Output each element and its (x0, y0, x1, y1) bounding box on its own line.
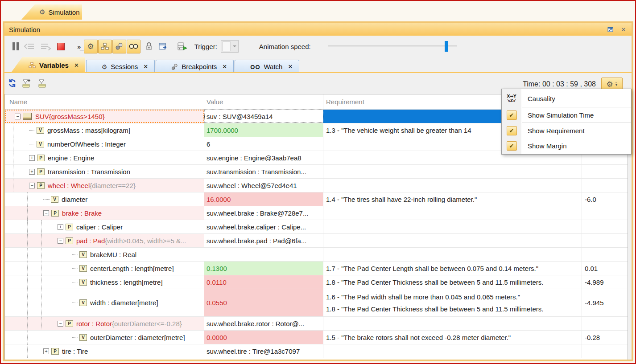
table-row-centerlength[interactable]: VcenterLength : length[metre]0.13001.7 -… (5, 262, 628, 275)
value-cell[interactable]: 0.0000 (204, 331, 323, 344)
row-name-label: numberOfWheels : Integer (47, 140, 126, 148)
table-row-diameter[interactable]: Vdiameter16.00001.4 - "The tires shall h… (5, 192, 628, 206)
value-cell[interactable]: suv.wheel : Wheel@57ed4e41 (204, 179, 323, 192)
row-name-label: outerDiameter : diameter[metre] (90, 334, 185, 341)
lock-button[interactable] (145, 42, 153, 50)
close-icon[interactable]: ✕ (143, 63, 148, 70)
checkbox-checked-icon[interactable]: ✔ (507, 141, 517, 151)
value-cell[interactable]: 1700.0000 (204, 123, 323, 137)
expand-icon[interactable]: + (43, 348, 49, 354)
overflow-chevron-icon[interactable]: »_ (77, 43, 84, 50)
step-over-button[interactable] (40, 42, 51, 50)
tab-variables[interactable]: Variables✕ (11, 57, 85, 73)
add-filter-button[interactable] (22, 79, 32, 90)
name-content: VouterDiameter : diameter[metre] (9, 331, 204, 344)
close-icon[interactable]: ✕ (288, 63, 293, 70)
value-cell[interactable]: suv : SUV@43459a14 (204, 110, 323, 123)
table-row-rotor[interactable]: −Protor : Rotor{outerDiameter<=-0.28}suv… (5, 317, 628, 331)
value-cell[interactable]: 0.0110 (204, 275, 323, 289)
name-cell: VgrossMass : mass[kilogram] (5, 123, 204, 137)
tree-stub (43, 199, 50, 200)
expand-icon[interactable]: + (29, 155, 35, 161)
watch-toggle-button[interactable] (127, 40, 140, 53)
value-cell[interactable] (204, 248, 323, 261)
pause-button[interactable] (12, 42, 19, 50)
value-cell[interactable]: suv.transmission : Transmission... (204, 165, 323, 178)
row-name-label: centerLength : length[metre] (90, 265, 174, 272)
value-cell[interactable]: suv.wheel.brake.pad : Pad@6fa... (204, 234, 323, 247)
table-row-width[interactable]: Vwidth : diameter[metre]0.05501.6 - "The… (5, 289, 628, 317)
breakpoints-toggle-button[interactable] (112, 40, 126, 53)
animation-speed-slider[interactable] (328, 41, 457, 52)
margin-cell (582, 248, 628, 261)
table-row-pad[interactable]: −Ppad : Pad {width>0.045, width>=5 &...s… (5, 234, 628, 248)
options-toggle-button[interactable]: ⚙ (84, 40, 98, 53)
table-row-tire[interactable]: +Ptire : Tiresuv.wheel.tire : Tire@1a3c7… (5, 344, 628, 358)
step-into-button[interactable] (24, 42, 35, 50)
collapse-icon[interactable]: − (29, 183, 35, 188)
part-property-icon: P (37, 168, 45, 175)
table-row-caliper[interactable]: +Pcaliper : Calipersuv.wheel.brake.calip… (5, 220, 628, 234)
export-button[interactable] (178, 42, 187, 51)
menu-item-show-simulation-time[interactable]: ✔Show Simulation Time (502, 107, 631, 123)
remove-filter-button[interactable] (37, 79, 47, 90)
stop-button[interactable] (57, 43, 65, 50)
gear-icon: ⚙ (102, 63, 107, 70)
value-cell[interactable]: 0.0550 (204, 289, 323, 316)
variables-toggle-button[interactable] (98, 40, 112, 53)
table-row-wheel[interactable]: −Pwheel : Wheel {diameter==22}suv.wheel … (5, 179, 628, 192)
requirement-cell (323, 317, 582, 330)
tree-stub (72, 268, 78, 269)
checkbox-checked-icon[interactable]: ✔ (507, 110, 517, 120)
open-console-button[interactable] (159, 42, 168, 50)
collapse-icon[interactable]: − (58, 238, 63, 244)
name-cell: +Ptire : Tire (5, 344, 204, 358)
breakpoints-icon (171, 64, 178, 70)
requirement-cell: 1.6 - "The Pad width shall be more than … (323, 289, 582, 316)
menu-item-show-margin[interactable]: ✔Show Margin (502, 138, 631, 153)
value-cell[interactable]: 6 (204, 137, 323, 151)
table-row-brakemu[interactable]: VbrakeMU : Real (5, 248, 628, 262)
part-property-icon: P (37, 155, 45, 161)
refresh-button[interactable] (8, 79, 17, 89)
trigger-combo[interactable] (221, 40, 239, 53)
collapse-icon[interactable]: − (58, 321, 63, 327)
collapse-icon[interactable]: − (43, 210, 49, 216)
table-row-outerdiameter[interactable]: VouterDiameter : diameter[metre]0.00001.… (5, 331, 628, 344)
tab-watch[interactable]: OOWatch✕ (235, 60, 299, 73)
constraint-label: {width>0.045, width>=5 &... (105, 237, 186, 245)
slider-track (328, 45, 457, 47)
close-icon[interactable]: ✕ (74, 62, 79, 69)
tree-stub (29, 130, 35, 131)
menu-item-causality[interactable]: X↔Y↘Z↙Causality (502, 90, 631, 107)
value-cell[interactable]: suv.wheel.brake.caliper : Calipe... (204, 220, 323, 233)
slider-thumb[interactable] (445, 41, 448, 52)
name-content: VnumberOfWheels : Integer (9, 137, 204, 151)
collapse-icon[interactable]: − (15, 114, 21, 119)
dock-tab-simulation[interactable]: ⚙ Simulation (21, 4, 82, 20)
table-row-thickness[interactable]: Vthickness : length[metre]0.01101.8 - "T… (5, 275, 628, 289)
tab-breakpoints[interactable]: Breakpoints✕ (156, 60, 234, 73)
gear-icon: ⚙ (39, 8, 45, 16)
expand-icon[interactable]: + (58, 224, 63, 230)
close-icon[interactable]: ✕ (222, 63, 227, 70)
expand-icon[interactable]: + (29, 169, 35, 175)
tab-sessions[interactable]: ⚙Sessions✕ (86, 60, 155, 73)
value-cell[interactable]: 16.0000 (204, 192, 323, 206)
menu-item-label: Causality (521, 95, 555, 102)
value-cell[interactable]: 0.1300 (204, 262, 323, 275)
close-window-icon[interactable]: ✕ (620, 26, 627, 33)
name-content: −Protor : Rotor{outerDiameter<=-0.28} (9, 317, 204, 330)
table-row-transmission[interactable]: +Ptransmission : Transmissionsuv.transmi… (5, 165, 628, 179)
trigger-label: Trigger: (194, 43, 217, 50)
table-row-brake[interactable]: −Pbrake : Brakesuv.wheel.brake : Brake@7… (5, 206, 628, 220)
menu-item-show-requirement[interactable]: ✔Show Requirement (502, 123, 631, 138)
value-cell[interactable]: suv.wheel.brake : Brake@728e7... (204, 206, 323, 220)
name-cell: VbrakeMU : Real (5, 248, 204, 261)
value-cell[interactable]: suv.wheel.brake.rotor : Rotor@... (204, 317, 323, 330)
value-cell[interactable]: suv.wheel.tire : Tire@1a3c7097 (204, 344, 323, 358)
float-window-icon[interactable] (607, 26, 614, 33)
value-cell[interactable]: suv.engine : Engine@3aab7ea8 (204, 151, 323, 164)
menu-item-label: Show Requirement (521, 127, 585, 135)
checkbox-checked-icon[interactable]: ✔ (507, 126, 517, 135)
